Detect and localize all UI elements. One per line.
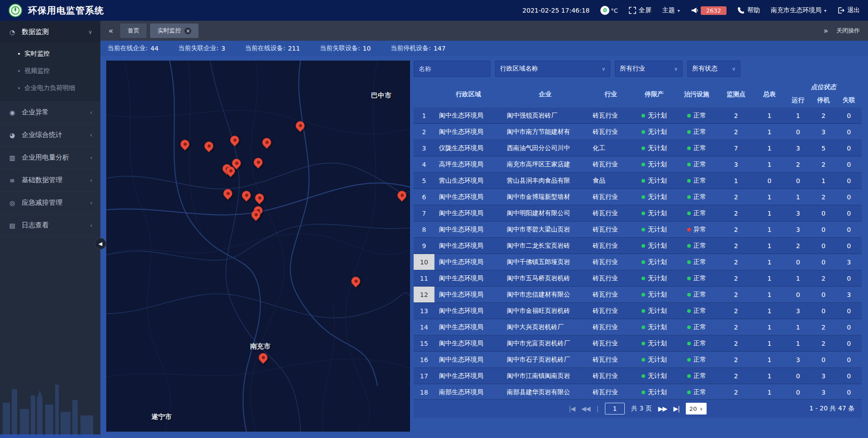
- name-filter-input[interactable]: [419, 65, 486, 72]
- sidebar: ◔ 数据监测 ∨ 实时监控 视频监控 企业电力负荷明细 ◉ 企业异常 ‹ ◕: [0, 21, 100, 438]
- next-page-button[interactable]: ▶▶: [658, 405, 667, 412]
- page-size-select[interactable]: 20 ∨: [686, 403, 707, 414]
- table-row[interactable]: 2阆中生态环境局阆中市南方节能建材有砖瓦行业无计划正常21030: [414, 124, 862, 140]
- table-row[interactable]: 4高坪生态环境局南充市高坪区王家店建砖瓦行业无计划正常31220: [414, 156, 862, 173]
- cell-company: 阆中市枣碧大梁山页岩: [502, 221, 588, 237]
- cell-limit-production: 无计划: [633, 384, 675, 400]
- first-page-button[interactable]: |◀: [569, 405, 575, 412]
- table-row[interactable]: 17阆中生态环境局阆中市江南镇阆南页岩砖瓦行业无计划正常21030: [414, 368, 862, 384]
- cell-monitor: 2: [718, 108, 754, 123]
- theme-menu[interactable]: 主题 ▾: [662, 6, 680, 14]
- help-button[interactable]: 帮助: [737, 6, 760, 14]
- cell-meter: 1: [754, 384, 785, 400]
- app-title: 环保用电监管系统: [28, 5, 104, 17]
- map-pin[interactable]: [223, 189, 232, 198]
- tab-home[interactable]: 首页: [120, 24, 146, 38]
- status-select[interactable]: 所有状态 ∨: [687, 61, 741, 77]
- table-row[interactable]: 10阆中生态环境局阆中千佛镇五郎垭页岩砖瓦行业无计划正常21003: [414, 254, 862, 270]
- cell-industry: 砖瓦行业: [588, 156, 633, 172]
- sidebar-item-video-monitor[interactable]: 视频监控: [0, 62, 100, 80]
- map-pin[interactable]: [262, 138, 271, 147]
- cell-limit-production: 无计划: [633, 303, 675, 319]
- cell-industry: 化工: [588, 140, 633, 156]
- cell-limit-production: 无计划: [633, 140, 675, 156]
- tab-realtime-monitor[interactable]: 实时监控 ×: [150, 24, 198, 38]
- page-number-input[interactable]: [605, 403, 625, 414]
- sidebar-collapse-button[interactable]: ◀: [94, 238, 106, 250]
- cell-run: 1: [785, 270, 811, 286]
- table-row[interactable]: 11阆中生态环境局阆中市五马桥页岩机砖砖瓦行业无计划正常21120: [414, 270, 862, 287]
- table-row[interactable]: 18南部生态环境局南部县建华页岩有限公砖瓦行业无计划正常21030: [414, 384, 862, 400]
- sidebar-section-company-abnormal[interactable]: ◉ 企业异常 ‹: [0, 101, 100, 124]
- monitor-gauge-icon: ◔: [8, 28, 16, 36]
- table-row[interactable]: 3仪陇生态环境局西南油气田分公司川中化工无计划正常71350: [414, 140, 862, 156]
- row-index: 12: [414, 287, 434, 302]
- sidebar-item-power-load-detail[interactable]: 企业电力负荷明细: [0, 80, 100, 97]
- cell-pollution-facility: 正常: [675, 335, 718, 351]
- sidebar-section-logs[interactable]: ▤ 日志查看 ‹: [0, 214, 100, 237]
- close-operations-button[interactable]: 关闭操作: [836, 27, 860, 35]
- announcement-button[interactable]: 2632: [691, 6, 726, 15]
- theme-label: 主题: [662, 6, 675, 14]
- fullscreen-button[interactable]: 全屏: [629, 6, 651, 14]
- map-pin[interactable]: [204, 141, 213, 151]
- table-row[interactable]: 14阆中生态环境局阆中大兴页岩机砖厂砖瓦行业无计划正常21120: [414, 319, 862, 335]
- cell-region: 阆中生态环境局: [434, 254, 502, 270]
- industry-select[interactable]: 所有行业 ∨: [615, 61, 683, 77]
- prev-page-button[interactable]: ◀◀: [581, 405, 590, 412]
- cell-meter: 1: [754, 189, 785, 205]
- last-page-button[interactable]: ▶|: [673, 405, 679, 412]
- stat-value: 10: [363, 45, 371, 52]
- table-row[interactable]: 16阆中生态环境局阆中市石子页岩机砖厂砖瓦行业无计划正常21300: [414, 352, 862, 368]
- table-row[interactable]: 1阆中生态环境局阆中强锐页岩砖厂砖瓦行业无计划正常21120: [414, 108, 862, 124]
- sidebar-section-base-data[interactable]: ≡ 基础数据管理 ‹: [0, 169, 100, 192]
- map-pin[interactable]: [254, 158, 263, 167]
- map-pin[interactable]: [251, 210, 260, 219]
- cell-limit-production: 无计划: [633, 205, 675, 221]
- col-region: 行政区域: [434, 90, 502, 99]
- cell-stop: 2: [811, 335, 836, 351]
- map-pin[interactable]: [180, 140, 189, 149]
- map-pin[interactable]: [242, 191, 251, 200]
- map-pin[interactable]: [255, 193, 264, 203]
- table-row[interactable]: 8阆中生态环境局阆中市枣碧大梁山页岩砖瓦行业无计划异常21300: [414, 221, 862, 238]
- cell-company: 南充市高坪区王家店建: [502, 156, 588, 172]
- map-pin[interactable]: [296, 121, 305, 130]
- cell-industry: 砖瓦行业: [588, 108, 633, 123]
- sidebar-section-power-analysis[interactable]: ▥ 企业用电量分析 ‹: [0, 146, 100, 169]
- cell-monitor: 2: [718, 303, 754, 319]
- table-row[interactable]: 15阆中生态环境局阆中市光富页岩机砖厂砖瓦行业无计划正常21120: [414, 335, 862, 352]
- sidebar-section-data-monitor[interactable]: ◔ 数据监测 ∨: [0, 21, 100, 43]
- table-row[interactable]: 9阆中生态环境局阆中市二龙长宝页岩砖砖瓦行业无计划正常21200: [414, 238, 862, 254]
- close-tab-icon[interactable]: ×: [184, 28, 191, 34]
- table-row[interactable]: 12阆中生态环境局阆中市忠信建材有限公砖瓦行业无计划正常21003: [414, 287, 862, 303]
- logout-button[interactable]: 退出: [837, 6, 860, 14]
- table-row[interactable]: 7阆中生态环境局阆中明阳建材有限公司砖瓦行业无计划正常21300: [414, 205, 862, 221]
- map-pin[interactable]: [232, 159, 241, 168]
- table-row[interactable]: 5营山生态环境局营山县润丰肉食品有限食品无计划正常10010: [414, 173, 862, 189]
- cell-company: 西南油气田分公司川中: [502, 140, 588, 156]
- cell-meter: 1: [754, 124, 785, 140]
- table-header: 行政区域 企业 行业 停限产 治污设施 监测点 总表 点位状态 运行 停机 失联: [414, 81, 862, 108]
- map-pin[interactable]: [230, 136, 239, 145]
- table-row[interactable]: 13阆中生态环境局阆中市金福旺页岩机砖砖瓦行业无计划正常21300: [414, 303, 862, 319]
- sidebar-section-emergency[interactable]: ◎ 应急减排管理 ‹: [0, 192, 100, 214]
- stat-value: 3: [221, 45, 225, 52]
- region-select[interactable]: 行政区域名称 ∨: [495, 61, 610, 77]
- map-pin[interactable]: [351, 277, 360, 286]
- map-panel[interactable]: 巴中市南充市遂宁市: [106, 61, 410, 432]
- cell-stop: 3: [811, 368, 836, 384]
- org-menu[interactable]: 南充市生态环境局 ▾: [771, 6, 826, 14]
- scroll-tabs-left-button[interactable]: «: [105, 26, 117, 35]
- sidebar-item-realtime-monitor[interactable]: 实时监控: [0, 45, 100, 62]
- cell-industry: 砖瓦行业: [588, 352, 633, 367]
- table-row[interactable]: 6阆中生态环境局阆中市金博瑞新型墙材砖瓦行业无计划正常21120: [414, 189, 862, 205]
- cell-meter: 1: [754, 319, 785, 335]
- map-pin[interactable]: [397, 191, 406, 200]
- map-pin[interactable]: [259, 353, 268, 362]
- green-status-dot-icon: [642, 277, 645, 280]
- scroll-tabs-right-button[interactable]: »: [820, 26, 832, 35]
- cell-lost: 0: [836, 238, 862, 254]
- cell-company: 阆中强锐页岩砖厂: [502, 108, 588, 123]
- sidebar-section-company-stats[interactable]: ◕ 企业综合统计 ‹: [0, 124, 100, 146]
